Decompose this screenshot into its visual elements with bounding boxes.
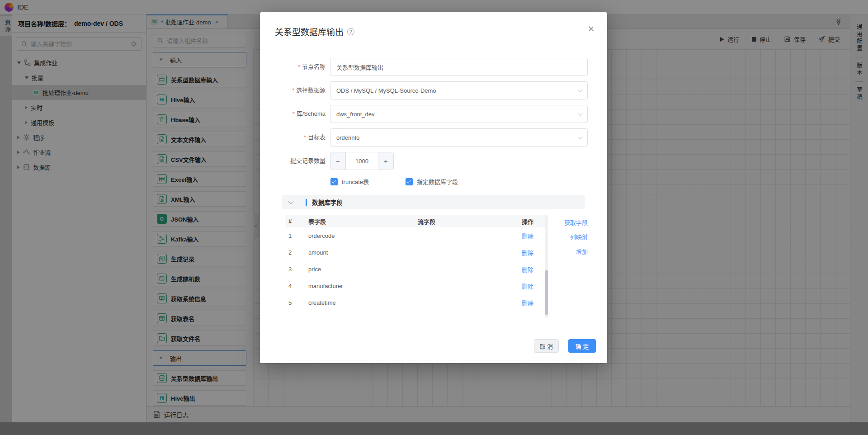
close-icon[interactable]: ✕ bbox=[588, 25, 594, 33]
table-row: 4manufacturer删除 bbox=[285, 278, 545, 294]
datasource-select[interactable]: ODS / MySQL / MySQL-Source-Demo bbox=[330, 81, 588, 99]
required-asterisk: * bbox=[304, 134, 306, 141]
field-label: *选择数据源 bbox=[260, 81, 326, 99]
table-field-cell: ordercode bbox=[305, 232, 414, 239]
get-fields-link[interactable]: 获取字段 bbox=[564, 218, 588, 227]
truncate-checkbox-row: truncate表 bbox=[330, 177, 369, 186]
specify-fields-checkbox[interactable] bbox=[406, 178, 413, 185]
table-field-cell: amount bbox=[305, 249, 414, 256]
commit-count-value[interactable]: 1000 bbox=[345, 152, 378, 170]
field-label: *目标表 bbox=[260, 128, 326, 147]
table-field-cell: price bbox=[305, 266, 414, 273]
target-table-select[interactable]: orderinfo bbox=[330, 128, 588, 147]
dialog-title: 关系型数据库输出 ? bbox=[275, 25, 354, 38]
table-scrollbar[interactable] bbox=[545, 215, 548, 318]
schema-select[interactable]: dws_front_dev bbox=[330, 105, 588, 123]
action-cell: 删除 bbox=[518, 232, 545, 240]
row-index: 5 bbox=[285, 299, 305, 306]
delete-link[interactable]: 删除 bbox=[522, 300, 533, 307]
specify-fields-checkbox-row: 指定数据库字段 bbox=[406, 177, 458, 186]
table-row: 2amount删除 bbox=[285, 244, 545, 261]
node-name-input[interactable] bbox=[330, 58, 588, 76]
field-table-header: # 表字段 流字段 操作 bbox=[285, 215, 545, 227]
required-asterisk: * bbox=[298, 63, 300, 70]
row-index: 3 bbox=[285, 266, 305, 273]
chevron-down-icon bbox=[288, 199, 293, 204]
delete-link[interactable]: 删除 bbox=[522, 250, 533, 256]
row-index: 2 bbox=[285, 249, 305, 256]
required-asterisk: * bbox=[292, 110, 295, 117]
chevron-down-icon bbox=[578, 111, 583, 116]
action-cell: 删除 bbox=[518, 282, 545, 290]
action-cell: 删除 bbox=[518, 298, 545, 307]
delete-link[interactable]: 删除 bbox=[522, 283, 533, 290]
field-label: *节点名称 bbox=[260, 58, 326, 76]
table-field-cell: createtime bbox=[305, 299, 414, 306]
table-row: 5createtime删除 bbox=[285, 294, 545, 311]
delete-link[interactable]: 删除 bbox=[522, 266, 533, 273]
table-field-cell: manufacturer bbox=[305, 283, 414, 289]
db-fields-section-header[interactable]: 数据库字段 bbox=[282, 195, 585, 209]
rdb-output-dialog: 关系型数据库输出 ? ✕ *节点名称 *选择数据源 ODS / MySQL / … bbox=[260, 12, 607, 363]
help-icon[interactable]: ? bbox=[347, 28, 354, 35]
increment-button[interactable]: + bbox=[378, 152, 393, 170]
row-index: 4 bbox=[285, 283, 305, 289]
table-row: 1ordercode删除 bbox=[285, 227, 545, 244]
cancel-button[interactable]: 取 消 bbox=[534, 339, 559, 353]
required-asterisk: * bbox=[292, 87, 294, 94]
table-row: 3price删除 bbox=[285, 261, 545, 278]
table-side-actions: 获取字段 列映射 增加 bbox=[564, 218, 588, 255]
add-row-link[interactable]: 增加 bbox=[576, 247, 588, 255]
chevron-down-icon bbox=[578, 87, 583, 92]
delete-link[interactable]: 删除 bbox=[522, 233, 533, 240]
action-cell: 删除 bbox=[518, 248, 545, 257]
action-cell: 删除 bbox=[518, 265, 545, 274]
ok-button[interactable]: 确 定 bbox=[568, 339, 596, 353]
ide-screen: IDE 资源 项目名称/数据层： demo-dev / ODS 集成作业批量DI… bbox=[0, 0, 868, 435]
column-mapping-link[interactable]: 列映射 bbox=[570, 232, 588, 241]
decrement-button[interactable]: − bbox=[330, 152, 345, 170]
field-table: # 表字段 流字段 操作 1ordercode删除2amount删除3price… bbox=[285, 215, 545, 311]
field-label: *库/Schema bbox=[260, 105, 326, 123]
section-marker bbox=[306, 199, 307, 206]
truncate-checkbox[interactable] bbox=[330, 178, 338, 185]
field-label: 提交记录数量 bbox=[260, 152, 326, 170]
chevron-down-icon bbox=[578, 134, 583, 139]
commit-count-stepper: − 1000 + bbox=[330, 152, 394, 170]
scrollbar-thumb[interactable] bbox=[545, 270, 548, 315]
row-index: 1 bbox=[285, 232, 305, 239]
field-table-body: 1ordercode删除2amount删除3price删除4manufactur… bbox=[285, 227, 545, 311]
